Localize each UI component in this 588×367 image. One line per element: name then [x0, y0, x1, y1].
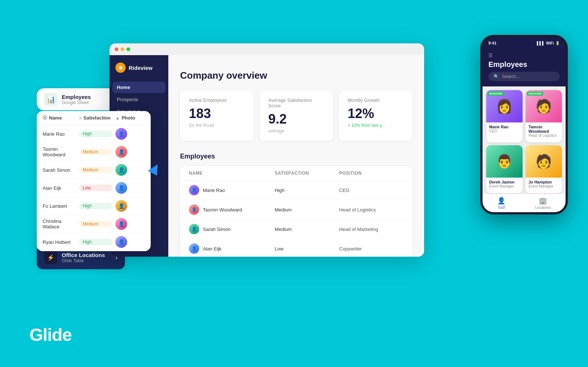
employees-table: Name Satisfaction Position 👤 Marie Rao H…	[180, 166, 412, 257]
phone-card-img-tamsin: MANAGER 🧑	[526, 90, 562, 122]
table-emp-satisfaction: High	[275, 188, 339, 193]
employees-section: Employees Name Satisfaction Position 👤 M…	[180, 153, 412, 257]
phone-card-derek[interactable]: 👨 Derek Jaston Event Manager	[486, 145, 523, 193]
col-name-icon: Ⓐ	[43, 115, 47, 121]
spreadsheet-row[interactable]: Fo Lambert High 👤	[37, 197, 151, 215]
table-emp-satisfaction: Low	[275, 246, 339, 252]
phone-status-bar: 9:41 ▌▌▌ WiFi 🔋	[483, 37, 566, 49]
table-row[interactable]: 👤 Sarah Simon Medium Head of Marketing	[180, 220, 412, 239]
ss-row-avatar: 👤	[115, 128, 127, 140]
table-name-cell: 👤 Marie Rao	[189, 185, 275, 195]
table-name-cell: 👤 Tasmin Woodward	[189, 204, 275, 215]
phone-card-info-jo: Jo Hampton Event Manager	[526, 178, 562, 190]
ss-row-satisfaction: Medium	[79, 221, 112, 227]
ss-row-avatar: 👤	[115, 164, 127, 176]
dot-minimize[interactable]	[121, 47, 124, 51]
ss-row-name: Christina Wallace	[43, 218, 76, 229]
sidebar-item-home[interactable]: Home	[112, 82, 165, 93]
spreadsheet-row[interactable]: Christina Wallace Medium 👤	[37, 215, 151, 233]
table-emp-position: Head of Logistics	[339, 207, 404, 213]
table-name-cell: 👤 Alan Eijk	[189, 243, 275, 254]
phone-card-jo[interactable]: 🧑 Jo Hampton Event Manager	[526, 145, 562, 193]
spreadsheet-row[interactable]: Alan Eijk Low 👤	[37, 179, 151, 197]
section-employees-title: Employees	[180, 153, 412, 160]
office-locations-type: Glide Table	[62, 258, 111, 263]
avatar-marie: 👩	[496, 99, 513, 114]
spreadsheet-row[interactable]: Ryan Holbert High 👤	[37, 233, 151, 251]
phone-search[interactable]: 🔍 Search...	[488, 72, 560, 81]
stat-satisfaction-label: Average Satisfaction Score	[268, 97, 324, 108]
spreadsheet-row[interactable]: Sarah Simon Medium 👤	[37, 161, 151, 179]
phone-card-grid: MANAGER 👩 Marie Rao CEO MANAGER 🧑 Tamsin…	[483, 86, 566, 197]
stats-row: Active Employess 183 On the Road Average…	[180, 90, 412, 141]
phone-card-name-tamsin: Tamsin Woodward	[528, 125, 559, 133]
stat-growth-label: Montlly Growth	[348, 97, 404, 103]
office-locations-name: Office Locations	[62, 252, 111, 258]
wifi-icon: WiFi	[546, 41, 554, 45]
phone-card-name-jo: Jo Hampton	[528, 180, 559, 184]
table-row[interactable]: 👤 Alan Eijk Low Copywriter	[180, 239, 412, 257]
employees-source-info: Employees Google Sheet	[62, 94, 109, 105]
spreadsheet-row[interactable]: Marie Rao High 👤	[37, 125, 151, 143]
phone-card-tamsin[interactable]: MANAGER 🧑 Tamsin Woodward Head of Logist…	[526, 90, 562, 142]
col-header-satisfaction: Satisfaction	[275, 171, 339, 176]
dot-maximize[interactable]	[126, 47, 130, 51]
phone-nav-locations[interactable]: 🏢 Locations	[535, 197, 551, 210]
table-emp-position: CEO	[339, 188, 404, 193]
avatar-tamsin: 🧑	[535, 99, 552, 114]
table-emp-position: Copywriter	[339, 246, 404, 252]
col-satisfaction-icon: ≡	[79, 115, 82, 121]
spreadsheet-header: Ⓐ Name ≡ Satisfaction ▲ Photo	[37, 111, 151, 125]
stat-satisfaction-value: 9.2	[268, 111, 324, 127]
stat-employees-value: 183	[189, 106, 245, 121]
stat-card-satisfaction: Average Satisfaction Score 9.2 average	[259, 90, 333, 141]
ss-row-avatar: 👤	[115, 182, 127, 194]
ss-row-name: Ryan Holbert	[43, 239, 76, 245]
phone-nav-staff[interactable]: 👤 Staff	[497, 197, 505, 210]
phone-card-name-marie: Marie Rao	[489, 125, 520, 129]
hamburger-icon[interactable]: ☰	[488, 53, 560, 58]
phone-card-info-derek: Derek Jaston Event Manager	[486, 178, 523, 190]
ss-row-satisfaction: High	[79, 131, 112, 137]
phone-card-marie[interactable]: MANAGER 👩 Marie Rao CEO	[486, 90, 523, 142]
table-avatar: 👤	[189, 185, 199, 195]
signal-icon: ▌▌▌	[537, 41, 545, 45]
ss-row-avatar: 👤	[115, 200, 127, 212]
table-emp-name: Tasmin Woodward	[203, 207, 242, 213]
employees-source-icon: 📊	[44, 93, 57, 106]
phone-card-info-marie: Marie Rao CEO	[486, 122, 523, 135]
ss-row-avatar: 👤	[115, 218, 127, 230]
phone-card-img-marie: MANAGER 👩	[486, 90, 523, 122]
table-row[interactable]: 👤 Marie Rao High CEO	[180, 181, 412, 200]
ss-row-name: Alan Eijk	[43, 185, 76, 191]
sidebar-brand-icon: ⊕	[115, 63, 126, 73]
sidebar-item-prospects[interactable]: Prospects	[112, 94, 165, 105]
glide-logo: Glide	[29, 325, 72, 345]
ss-row-name: Sarah Simon	[43, 167, 76, 173]
phone-bottom-nav: 👤 Staff 🏢 Locations	[483, 194, 566, 212]
ss-row-satisfaction: High	[79, 203, 112, 209]
col-name-header: Ⓐ Name	[43, 115, 76, 121]
table-emp-satisfaction: Medium	[275, 207, 339, 213]
stat-card-growth: Montlly Growth 12% + 10% from last y...	[339, 90, 412, 141]
stat-employees-sub: On the Road	[189, 123, 245, 128]
locations-icon: 🏢	[539, 197, 547, 205]
phone-time: 9:41	[488, 41, 496, 45]
dot-close[interactable]	[115, 47, 118, 51]
search-placeholder: Search...	[502, 74, 520, 79]
col-satisfaction-header: ≡ Satisfaction	[79, 115, 112, 121]
col-header-position: Position	[339, 171, 404, 176]
col-header-name: Name	[189, 171, 275, 176]
phone-header: ☰ Employees 🔍 Search...	[483, 49, 566, 86]
phone-app-title: Employees	[488, 60, 560, 69]
main-content: Company overview Active Employess 183 On…	[168, 55, 424, 257]
employees-source-name: Employees	[62, 94, 109, 100]
phone-card-img-jo: 🧑	[526, 145, 562, 178]
spreadsheet-row[interactable]: Tasmin Woodward Medium 👤	[37, 143, 151, 161]
stat-growth-value: 12%	[348, 106, 404, 121]
table-row[interactable]: 👤 Tasmin Woodward Medium Head of Logisti…	[180, 200, 412, 220]
stat-employees-label: Active Employess	[189, 97, 245, 103]
phone-card-img-derek: 👨	[486, 145, 523, 178]
table-emp-satisfaction: Medium	[275, 227, 339, 232]
phone-status-icons: ▌▌▌ WiFi 🔋	[537, 41, 560, 45]
